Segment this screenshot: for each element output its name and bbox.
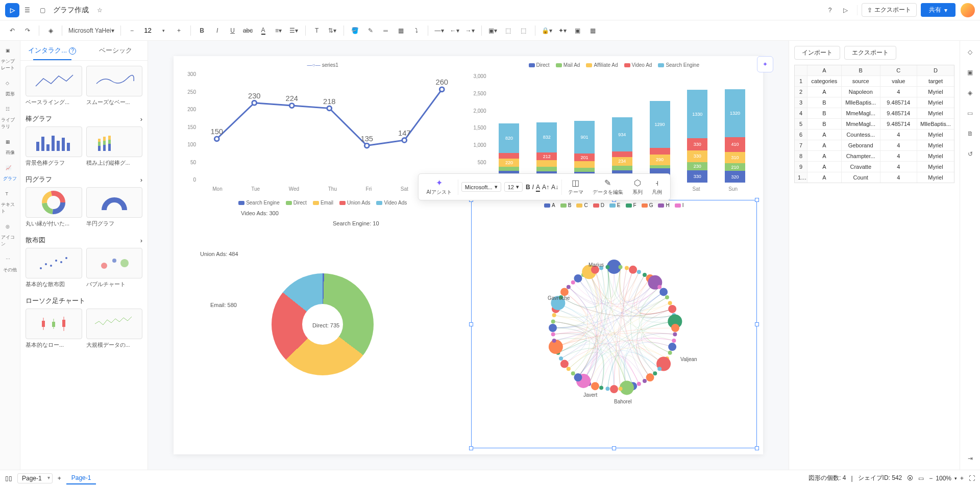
section-pie[interactable]: 円グラフ›: [26, 171, 142, 187]
list-button[interactable]: ☰▾: [287, 23, 301, 38]
italic-button[interactable]: I: [210, 23, 225, 38]
network-chart-selected[interactable]: ABCDEFGHI MariusGavrocheValjeanJavertBah…: [471, 200, 757, 448]
canvas-area[interactable]: —○— series1 300250200150100500 150230224…: [148, 41, 789, 470]
ct-legend[interactable]: ⫞凡例: [649, 177, 665, 197]
thumb-bubble[interactable]: バブルチャート: [86, 248, 143, 288]
effects-button[interactable]: ✦▾: [555, 23, 570, 38]
table-button[interactable]: ▦: [586, 23, 600, 38]
play-icon[interactable]: ▷: [838, 3, 853, 18]
ct-theme[interactable]: ◫テーマ: [565, 177, 586, 197]
crop-button[interactable]: ▣: [571, 23, 585, 38]
connector-button[interactable]: ⤵: [409, 23, 424, 38]
rr-nav-icon[interactable]: ◈: [964, 87, 976, 99]
minimap-icon[interactable]: ▭: [918, 475, 924, 482]
line-solid[interactable]: —▾: [432, 23, 447, 38]
fill-color-button[interactable]: 🪣: [348, 23, 362, 38]
rail-image[interactable]: ▦画像: [0, 136, 20, 159]
rr-layout-icon[interactable]: ▣: [964, 66, 976, 79]
resize-handle[interactable]: [755, 198, 759, 202]
font-family-select[interactable]: Microsoft YaHei ▾: [66, 23, 116, 38]
app-logo[interactable]: ▷: [5, 3, 19, 17]
help-icon[interactable]: ?: [822, 3, 838, 18]
zoom-level[interactable]: 100%: [936, 475, 951, 482]
thumb-candle[interactable]: 基本的なロー...: [26, 309, 82, 349]
rr-collapse-icon[interactable]: ⇥: [964, 452, 976, 465]
rail-template[interactable]: ▣テンプレート: [0, 45, 20, 74]
document-title[interactable]: グラフ作成: [53, 6, 89, 15]
group-button[interactable]: ⬚: [501, 23, 516, 38]
rail-other[interactable]: ⋯その他: [0, 253, 20, 276]
focus-icon[interactable]: ⦿: [907, 475, 913, 482]
arrange-button[interactable]: ▣▾: [486, 23, 500, 38]
ct-font-inc[interactable]: A↑: [542, 184, 549, 191]
resize-handle[interactable]: [755, 322, 759, 326]
thumb-donut[interactable]: 丸い縁が付いた...: [26, 187, 82, 227]
share-button[interactable]: 共有 ▾: [921, 3, 955, 17]
zoom-in[interactable]: +: [960, 475, 964, 482]
underline-button[interactable]: U: [226, 23, 240, 38]
page-selector[interactable]: Page-1: [17, 473, 53, 483]
user-avatar[interactable]: [961, 3, 975, 17]
tab-interactive[interactable]: インタラク...?: [20, 41, 84, 60]
border-style-button[interactable]: ═: [379, 23, 393, 38]
thumb-bigdata[interactable]: 大規模データの...: [86, 309, 143, 349]
rail-library[interactable]: ☷ライブラリ: [0, 104, 20, 133]
rr-style-icon[interactable]: ◇: [964, 46, 976, 58]
ct-italic[interactable]: I: [532, 184, 534, 191]
resize-handle[interactable]: [469, 446, 473, 450]
text-tool[interactable]: T: [310, 23, 324, 38]
ai-sparkle-button[interactable]: ✦: [757, 56, 773, 72]
redo-button[interactable]: ↷: [20, 23, 35, 38]
fullscreen-icon[interactable]: ⛶: [969, 475, 975, 482]
menu-icon[interactable]: ☰: [19, 3, 35, 18]
ct-series[interactable]: ⬡系列: [629, 177, 646, 197]
line-height-button[interactable]: ⇅▾: [325, 23, 339, 38]
resize-handle[interactable]: [612, 446, 616, 450]
page-layout-icon[interactable]: ▯▯: [5, 475, 12, 482]
border-weight-button[interactable]: ▦: [394, 23, 408, 38]
thumb-smooth[interactable]: スムーズなベー...: [86, 66, 143, 106]
arrow-start[interactable]: ←▾: [448, 23, 462, 38]
export-data-button[interactable]: エクスポート: [844, 46, 896, 60]
thumb-halfpie[interactable]: 半円グラフ: [86, 187, 143, 227]
bold-button[interactable]: B: [195, 23, 209, 38]
add-page-button[interactable]: +: [58, 475, 61, 482]
data-table[interactable]: ABCD1categoriessourcevaluetarget2ANapole…: [794, 65, 954, 183]
export-button[interactable]: ⇪ エクスポート: [862, 3, 917, 17]
zoom-out[interactable]: −: [929, 475, 933, 482]
rr-present-icon[interactable]: ▭: [964, 107, 976, 119]
font-size-decrease[interactable]: −: [125, 23, 139, 38]
format-painter-icon[interactable]: ◈: [43, 23, 58, 38]
strikethrough-button[interactable]: abc: [241, 23, 255, 38]
rr-comment-icon[interactable]: 🗎: [964, 127, 976, 140]
rail-text[interactable]: Tテキスト: [0, 188, 20, 218]
thumb-bar-stacked[interactable]: 積み上げ縦棒グ...: [86, 126, 143, 167]
ct-font-select[interactable]: Microsoft...▾: [461, 182, 501, 192]
font-size-dropdown[interactable]: ▾: [157, 23, 171, 38]
thumb-scatter[interactable]: 基本的な散布図: [26, 248, 82, 288]
ct-bold[interactable]: B: [526, 184, 530, 191]
lock-button[interactable]: 🔒▾: [540, 23, 554, 38]
font-size-increase[interactable]: +: [172, 23, 186, 38]
ai-assist-button[interactable]: ✦AIアシスト: [423, 177, 454, 197]
star-icon[interactable]: ☆: [92, 3, 107, 18]
rr-history-icon[interactable]: ↺: [964, 148, 976, 160]
thumb-baseline[interactable]: ベースライング...: [26, 66, 82, 106]
save-icon[interactable]: ▢: [35, 3, 50, 18]
rail-icon[interactable]: ◎アイコン: [0, 221, 20, 250]
section-candle[interactable]: ローソク足チャート: [26, 292, 142, 309]
rail-shape[interactable]: ◇図形: [0, 78, 20, 100]
align-button[interactable]: ≡▾: [272, 23, 286, 38]
resize-handle[interactable]: [469, 322, 473, 326]
zoom-control[interactable]: − 100% ▾ +: [929, 475, 964, 482]
ct-edit-data[interactable]: ✎データを編集: [590, 177, 626, 197]
page-tab-1[interactable]: Page-1: [66, 472, 96, 484]
border-color-button[interactable]: ✎: [363, 23, 378, 38]
font-size-input[interactable]: [140, 27, 156, 34]
tab-basic[interactable]: ベーシック: [84, 41, 148, 60]
import-button[interactable]: インポート: [794, 46, 840, 60]
ct-color[interactable]: A: [536, 184, 540, 191]
section-bar[interactable]: 棒グラフ›: [26, 110, 142, 126]
resize-handle[interactable]: [755, 446, 759, 450]
ungroup-button[interactable]: ⬚: [517, 23, 531, 38]
